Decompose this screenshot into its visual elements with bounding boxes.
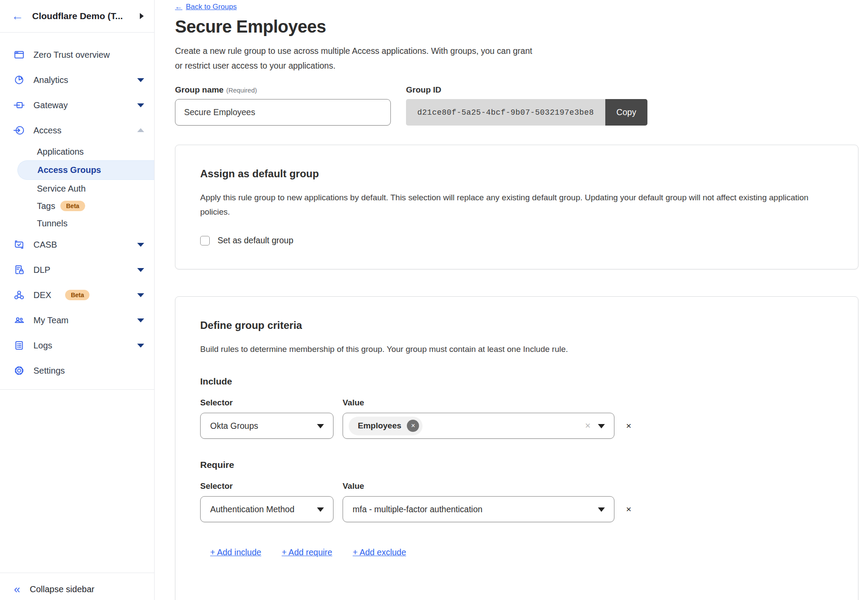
- assign-default-group-title: Assign as default group: [200, 168, 833, 180]
- group-id-box: d21ce80f-5a25-4bcf-9b07-5032197e3be8 Cop…: [406, 99, 647, 126]
- sidebar-item-casb[interactable]: CASB: [0, 232, 154, 257]
- include-value-multiselect[interactable]: Employees × ×: [343, 413, 614, 439]
- chevron-down-icon[interactable]: [137, 268, 144, 272]
- include-selector-dropdown[interactable]: Okta Groups: [200, 413, 333, 439]
- gateway-icon: [13, 99, 25, 111]
- chip-remove-icon[interactable]: ×: [407, 420, 419, 432]
- define-group-criteria-body: Build rules to determine membership of t…: [200, 342, 833, 356]
- double-chevron-left-icon: «: [14, 583, 20, 595]
- sidebar-item-access-groups[interactable]: Access Groups: [17, 160, 154, 180]
- account-name[interactable]: Cloudflare Demo (T...: [32, 11, 131, 21]
- group-id-label: Group ID: [406, 85, 647, 95]
- require-selector-value: Authentication Method: [210, 504, 294, 514]
- group-name-label-text: Group name: [175, 85, 224, 94]
- beta-badge: Beta: [65, 290, 89, 300]
- sidebar-item-label: DLP: [33, 265, 50, 275]
- chevron-down-icon[interactable]: [137, 318, 144, 322]
- required-hint: (Required): [226, 86, 257, 94]
- chevron-down-icon: [598, 507, 605, 512]
- collapse-sidebar-label: Collapse sidebar: [30, 584, 94, 594]
- back-to-groups-link[interactable]: ← Back to Groups: [175, 3, 237, 11]
- require-value-text: mfa - multiple-factor authentication: [353, 504, 482, 514]
- page-title: Secure Employees: [175, 17, 868, 36]
- sidebar-item-tags[interactable]: Tags Beta: [0, 197, 154, 215]
- left-arrow-icon: ←: [175, 3, 182, 11]
- logs-list-icon: [13, 340, 25, 351]
- chevron-up-icon[interactable]: [137, 128, 144, 132]
- group-id-value: d21ce80f-5a25-4bcf-9b07-5032197e3be8: [406, 99, 605, 126]
- chevron-down-icon[interactable]: [137, 103, 144, 107]
- group-name-id-row: Group name(Required) Group ID d21ce80f-5…: [175, 85, 868, 126]
- add-exclude-link[interactable]: + Add exclude: [353, 547, 406, 557]
- add-require-link[interactable]: + Add require: [282, 547, 333, 557]
- sidebar-item-label: Tags: [37, 201, 55, 211]
- sidebar-item-label: Zero Trust overview: [33, 50, 110, 60]
- sidebar-item-label: Service Auth: [37, 184, 86, 194]
- chevron-right-icon[interactable]: [140, 13, 144, 19]
- assign-default-group-card: Assign as default group Apply this rule …: [175, 145, 858, 269]
- back-arrow-icon[interactable]: ←: [11, 10, 23, 22]
- page-description: Create a new rule group to use across mu…: [175, 43, 868, 73]
- require-value-dropdown[interactable]: mfa - multiple-factor authentication: [343, 496, 614, 522]
- sidebar: ← Cloudflare Demo (T... Zero Trust overv…: [0, 0, 155, 600]
- sidebar-item-label: Settings: [33, 366, 65, 376]
- group-name-label: Group name(Required): [175, 85, 391, 95]
- chevron-down-icon: [317, 507, 324, 512]
- remove-require-rule-icon[interactable]: ×: [626, 504, 631, 514]
- sidebar-item-service-auth[interactable]: Service Auth: [0, 180, 154, 197]
- sidebar-item-label: CASB: [33, 240, 57, 250]
- document-lock-icon: [13, 264, 25, 275]
- page-description-line2: or restrict user access to your applicat…: [175, 58, 868, 73]
- set-default-group-checkbox[interactable]: [200, 236, 210, 245]
- sidebar-item-gateway[interactable]: Gateway: [0, 93, 154, 118]
- group-id-field-wrap: Group ID d21ce80f-5a25-4bcf-9b07-5032197…: [406, 85, 647, 126]
- sidebar-item-analytics[interactable]: Analytics: [0, 67, 154, 93]
- set-default-group-label: Set as default group: [218, 235, 294, 245]
- assign-default-group-body: Apply this rule group to new application…: [200, 190, 833, 219]
- collapse-sidebar-button[interactable]: « Collapse sidebar: [0, 573, 154, 600]
- team-people-icon: [13, 315, 25, 326]
- chevron-down-icon[interactable]: [137, 78, 144, 82]
- require-value-label: Value: [343, 481, 614, 491]
- sidebar-item-dlp[interactable]: DLP: [0, 257, 154, 282]
- gear-icon: [13, 365, 25, 376]
- require-selector-dropdown[interactable]: Authentication Method: [200, 496, 333, 522]
- include-selector-label: Selector: [200, 398, 333, 408]
- remove-include-rule-icon[interactable]: ×: [626, 421, 631, 431]
- page-description-line1: Create a new rule group to use across mu…: [175, 43, 868, 58]
- require-rule-row: Selector Value Authentication Method mfa…: [200, 481, 833, 522]
- chevron-down-icon[interactable]: [137, 243, 144, 247]
- group-name-input[interactable]: [175, 99, 391, 126]
- define-group-criteria-card: Define group criteria Build rules to det…: [175, 296, 858, 600]
- include-heading: Include: [200, 376, 833, 387]
- include-selector-value: Okta Groups: [210, 421, 258, 431]
- add-include-link[interactable]: + Add include: [210, 547, 261, 557]
- sidebar-nav: Zero Trust overview Analytics Gateway Ac…: [0, 33, 154, 390]
- sidebar-item-dex[interactable]: DEX Beta: [0, 282, 154, 308]
- include-value-label: Value: [343, 398, 614, 408]
- sidebar-item-logs[interactable]: Logs: [0, 333, 154, 358]
- sidebar-item-zero-trust-overview[interactable]: Zero Trust overview: [0, 42, 154, 67]
- employees-chip-label: Employees: [358, 421, 401, 431]
- sidebar-item-label: Logs: [33, 341, 52, 351]
- sidebar-item-settings[interactable]: Settings: [0, 358, 154, 383]
- sidebar-item-access[interactable]: Access: [0, 118, 154, 143]
- sidebar-item-label: Gateway: [33, 100, 68, 110]
- sidebar-item-label: Applications: [37, 147, 84, 157]
- require-selector-label: Selector: [200, 481, 333, 491]
- set-default-group-row: Set as default group: [200, 235, 833, 245]
- sidebar-item-applications[interactable]: Applications: [0, 143, 154, 160]
- copy-button[interactable]: Copy: [605, 99, 647, 126]
- chevron-down-icon: [598, 424, 605, 428]
- sidebar-item-my-team[interactable]: My Team: [0, 308, 154, 333]
- network-nodes-icon: [13, 289, 25, 301]
- include-rule-row: Selector Value Okta Groups Employees × ×…: [200, 398, 833, 439]
- back-link-label: Back to Groups: [186, 3, 237, 11]
- chevron-down-icon[interactable]: [137, 293, 144, 297]
- clear-values-icon[interactable]: ×: [585, 420, 591, 431]
- define-group-criteria-title: Define group criteria: [200, 319, 833, 331]
- chevron-down-icon: [317, 424, 324, 428]
- chevron-down-icon[interactable]: [137, 344, 144, 348]
- sidebar-item-tunnels[interactable]: Tunnels: [0, 215, 154, 232]
- main-content: ← Back to Groups Secure Employees Create…: [155, 0, 868, 600]
